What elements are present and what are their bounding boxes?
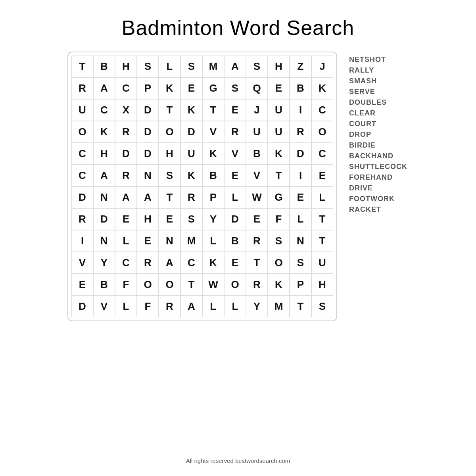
- cell-6-3[interactable]: A: [137, 186, 159, 208]
- cell-9-2[interactable]: C: [115, 252, 137, 274]
- cell-10-4[interactable]: O: [159, 274, 180, 296]
- cell-10-1[interactable]: B: [93, 274, 115, 296]
- cell-5-4[interactable]: S: [159, 165, 180, 186]
- cell-6-10[interactable]: E: [290, 186, 311, 208]
- cell-2-1[interactable]: C: [93, 99, 115, 121]
- cell-0-2[interactable]: H: [115, 56, 137, 77]
- cell-10-3[interactable]: O: [137, 274, 159, 296]
- cell-2-3[interactable]: D: [137, 99, 159, 121]
- cell-10-2[interactable]: F: [115, 274, 137, 296]
- cell-11-10[interactable]: T: [290, 296, 311, 317]
- cell-0-10[interactable]: Z: [290, 56, 311, 77]
- cell-11-8[interactable]: Y: [246, 296, 268, 317]
- cell-9-7[interactable]: E: [224, 252, 246, 274]
- cell-2-11[interactable]: C: [311, 99, 333, 121]
- cell-11-11[interactable]: S: [311, 296, 333, 317]
- cell-2-4[interactable]: T: [159, 99, 180, 121]
- cell-3-2[interactable]: R: [115, 121, 137, 143]
- cell-5-0[interactable]: C: [71, 165, 93, 186]
- cell-8-10[interactable]: N: [290, 230, 311, 252]
- cell-1-0[interactable]: R: [71, 77, 93, 99]
- cell-2-8[interactable]: J: [246, 99, 268, 121]
- cell-1-11[interactable]: K: [311, 77, 333, 99]
- cell-3-8[interactable]: U: [246, 121, 268, 143]
- cell-0-4[interactable]: L: [159, 56, 180, 77]
- cell-3-1[interactable]: K: [93, 121, 115, 143]
- cell-9-5[interactable]: C: [180, 252, 202, 274]
- cell-5-2[interactable]: R: [115, 165, 137, 186]
- cell-4-11[interactable]: C: [311, 143, 333, 165]
- cell-0-5[interactable]: S: [180, 56, 202, 77]
- cell-8-11[interactable]: T: [311, 230, 333, 252]
- cell-6-0[interactable]: D: [71, 186, 93, 208]
- cell-8-8[interactable]: R: [246, 230, 268, 252]
- cell-3-10[interactable]: R: [290, 121, 311, 143]
- cell-11-0[interactable]: D: [71, 296, 93, 317]
- cell-10-9[interactable]: K: [268, 274, 290, 296]
- cell-10-5[interactable]: T: [180, 274, 202, 296]
- cell-4-7[interactable]: V: [224, 143, 246, 165]
- cell-4-4[interactable]: H: [159, 143, 180, 165]
- cell-11-6[interactable]: L: [202, 296, 224, 317]
- cell-10-10[interactable]: P: [290, 274, 311, 296]
- cell-9-4[interactable]: A: [159, 252, 180, 274]
- cell-9-6[interactable]: K: [202, 252, 224, 274]
- cell-4-0[interactable]: C: [71, 143, 93, 165]
- cell-11-1[interactable]: V: [93, 296, 115, 317]
- cell-7-1[interactable]: D: [93, 208, 115, 230]
- cell-6-1[interactable]: N: [93, 186, 115, 208]
- cell-11-5[interactable]: A: [180, 296, 202, 317]
- cell-11-2[interactable]: L: [115, 296, 137, 317]
- cell-2-0[interactable]: U: [71, 99, 93, 121]
- cell-0-1[interactable]: B: [93, 56, 115, 77]
- cell-9-3[interactable]: R: [137, 252, 159, 274]
- cell-3-3[interactable]: D: [137, 121, 159, 143]
- cell-0-3[interactable]: S: [137, 56, 159, 77]
- cell-6-11[interactable]: L: [311, 186, 333, 208]
- cell-3-0[interactable]: O: [71, 121, 93, 143]
- cell-1-10[interactable]: B: [290, 77, 311, 99]
- cell-3-6[interactable]: V: [202, 121, 224, 143]
- cell-7-0[interactable]: R: [71, 208, 93, 230]
- cell-3-11[interactable]: O: [311, 121, 333, 143]
- cell-11-3[interactable]: F: [137, 296, 159, 317]
- cell-11-4[interactable]: R: [159, 296, 180, 317]
- cell-8-7[interactable]: B: [224, 230, 246, 252]
- cell-4-8[interactable]: B: [246, 143, 268, 165]
- cell-5-7[interactable]: E: [224, 165, 246, 186]
- cell-6-9[interactable]: G: [268, 186, 290, 208]
- cell-3-7[interactable]: R: [224, 121, 246, 143]
- cell-10-11[interactable]: H: [311, 274, 333, 296]
- cell-2-5[interactable]: K: [180, 99, 202, 121]
- cell-9-8[interactable]: T: [246, 252, 268, 274]
- cell-3-4[interactable]: O: [159, 121, 180, 143]
- cell-9-10[interactable]: S: [290, 252, 311, 274]
- cell-1-9[interactable]: E: [268, 77, 290, 99]
- cell-4-6[interactable]: K: [202, 143, 224, 165]
- cell-9-9[interactable]: O: [268, 252, 290, 274]
- cell-1-3[interactable]: P: [137, 77, 159, 99]
- cell-5-10[interactable]: I: [290, 165, 311, 186]
- cell-4-2[interactable]: D: [115, 143, 137, 165]
- cell-11-7[interactable]: L: [224, 296, 246, 317]
- cell-8-0[interactable]: I: [71, 230, 93, 252]
- cell-4-9[interactable]: K: [268, 143, 290, 165]
- cell-1-2[interactable]: C: [115, 77, 137, 99]
- cell-2-9[interactable]: U: [268, 99, 290, 121]
- cell-8-1[interactable]: N: [93, 230, 115, 252]
- cell-7-11[interactable]: T: [311, 208, 333, 230]
- cell-7-6[interactable]: Y: [202, 208, 224, 230]
- cell-6-5[interactable]: R: [180, 186, 202, 208]
- cell-5-8[interactable]: V: [246, 165, 268, 186]
- cell-4-10[interactable]: D: [290, 143, 311, 165]
- cell-11-9[interactable]: M: [268, 296, 290, 317]
- cell-2-10[interactable]: I: [290, 99, 311, 121]
- cell-6-7[interactable]: L: [224, 186, 246, 208]
- cell-7-5[interactable]: S: [180, 208, 202, 230]
- cell-2-2[interactable]: X: [115, 99, 137, 121]
- cell-1-8[interactable]: Q: [246, 77, 268, 99]
- cell-3-5[interactable]: D: [180, 121, 202, 143]
- cell-2-6[interactable]: T: [202, 99, 224, 121]
- cell-10-7[interactable]: O: [224, 274, 246, 296]
- cell-1-7[interactable]: S: [224, 77, 246, 99]
